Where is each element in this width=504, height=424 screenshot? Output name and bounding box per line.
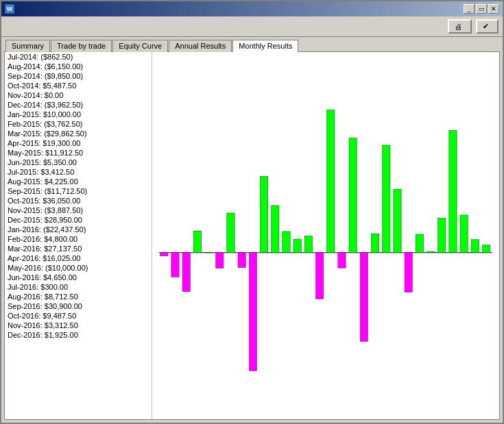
list-item: Nov-2015: ($3,887.50)	[5, 205, 152, 215]
list-item: Nov-2014: $0.00	[5, 90, 152, 100]
list-item: Aug-2015: $4,225.00	[5, 177, 152, 186]
list-item: Feb-2016: $4,800.00	[5, 234, 152, 244]
list-item: Sep-2016: $30,900.00	[5, 301, 152, 311]
title-controls: _ ▭ ✕	[464, 4, 499, 14]
done-icon: ✔	[483, 22, 489, 31]
list-item: May-2015: $11,912.50	[5, 148, 152, 158]
close-button[interactable]: ✕	[488, 4, 499, 14]
list-item: Aug-2014: ($6,150.00)	[5, 62, 152, 71]
list-item: Jul-2016: $300.00	[5, 282, 152, 292]
done-button[interactable]: ✔	[476, 19, 499, 34]
list-item: Dec-2015: $28,950.00	[5, 215, 152, 225]
tab-bar: Summary Trade by trade Equity Curve Annu…	[1, 37, 503, 51]
toolbar: 🖨 ✔	[1, 16, 503, 37]
monthly-list[interactable]: Jul-2014: ($862.50)Aug-2014: ($6,150.00)…	[5, 52, 152, 419]
list-item: Jun-2016: $4,650.00	[5, 273, 152, 282]
tab-trade-by-trade[interactable]: Trade by trade	[51, 40, 112, 52]
list-item: Oct-2014: $5,487.50	[5, 81, 152, 90]
chart-area	[152, 52, 499, 419]
tab-equity-curve[interactable]: Equity Curve	[112, 40, 168, 52]
system-report-window: W _ ▭ ✕ 🖨 ✔ Summary Trade by trade Equit…	[0, 0, 504, 424]
maximize-button[interactable]: ▭	[476, 4, 487, 14]
monthly-chart	[152, 52, 499, 419]
list-item: Sep-2015: ($11,712.50)	[5, 186, 152, 196]
list-item: Apr-2016: $16,025.00	[5, 253, 152, 263]
minimize-button[interactable]: _	[464, 4, 475, 14]
list-item: Oct-2016: $9,487.50	[5, 311, 152, 321]
list-item: Jun-2015: $5,350.00	[5, 158, 152, 167]
list-item: Sep-2014: ($9,850.00)	[5, 71, 152, 81]
list-item: Jan-2016: ($22,437.50)	[5, 225, 152, 234]
tab-monthly-results[interactable]: Monthly Results	[232, 40, 298, 52]
list-item: Apr-2015: $19,300.00	[5, 138, 152, 148]
print-button[interactable]: 🖨	[448, 19, 472, 34]
list-item: Dec-2016: $1,925.00	[5, 330, 152, 340]
content-area: Jul-2014: ($862.50)Aug-2014: ($6,150.00)…	[4, 51, 500, 420]
list-item: Jul-2014: ($862.50)	[5, 52, 152, 62]
tab-summary[interactable]: Summary	[5, 40, 50, 52]
toolbar-actions: 🖨 ✔	[448, 19, 499, 34]
app-icon: W	[5, 4, 14, 14]
list-item: Jul-2015: $3,412.50	[5, 167, 152, 177]
list-item: Oct-2015: $36,050.00	[5, 196, 152, 205]
list-item: Jan-2015: $10,000.00	[5, 110, 152, 119]
print-icon: 🖨	[455, 23, 462, 31]
list-item: Mar-2015: ($29,862.50)	[5, 129, 152, 138]
list-item: May-2016: ($10,000.00)	[5, 263, 152, 273]
list-item: Mar-2016: $27,137.50	[5, 244, 152, 253]
tab-annual-results[interactable]: Annual Results	[169, 40, 232, 52]
list-item: Nov-2016: $3,312.50	[5, 321, 152, 330]
title-bar: W _ ▭ ✕	[1, 1, 503, 16]
list-item: Aug-2016: $8,712.50	[5, 292, 152, 301]
list-item: Feb-2015: ($3,762.50)	[5, 119, 152, 129]
title-bar-left: W	[5, 4, 18, 14]
list-item: Dec-2014: ($3,962.50)	[5, 100, 152, 110]
